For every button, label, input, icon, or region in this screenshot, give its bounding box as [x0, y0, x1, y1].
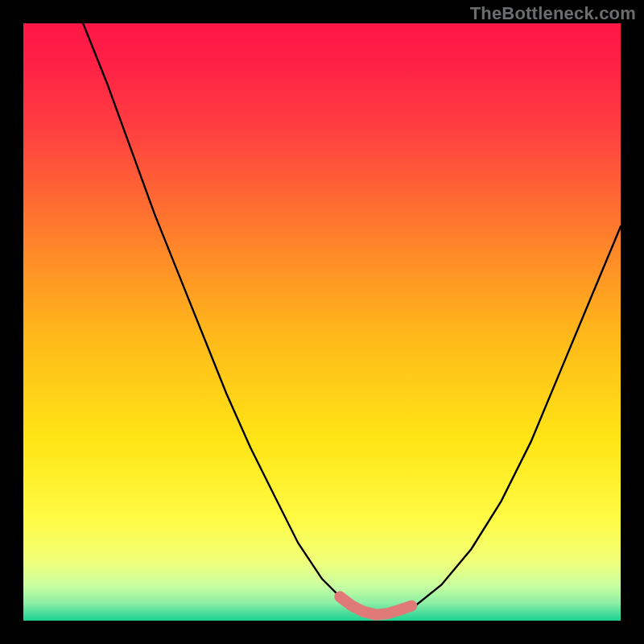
- bottleneck-curve: [83, 23, 621, 615]
- plot-area: [23, 23, 621, 621]
- watermark-text: TheBottleneck.com: [470, 3, 636, 24]
- curve-layer: [23, 23, 621, 621]
- chart-frame: TheBottleneck.com: [0, 0, 644, 644]
- optimal-range-highlight: [340, 597, 411, 614]
